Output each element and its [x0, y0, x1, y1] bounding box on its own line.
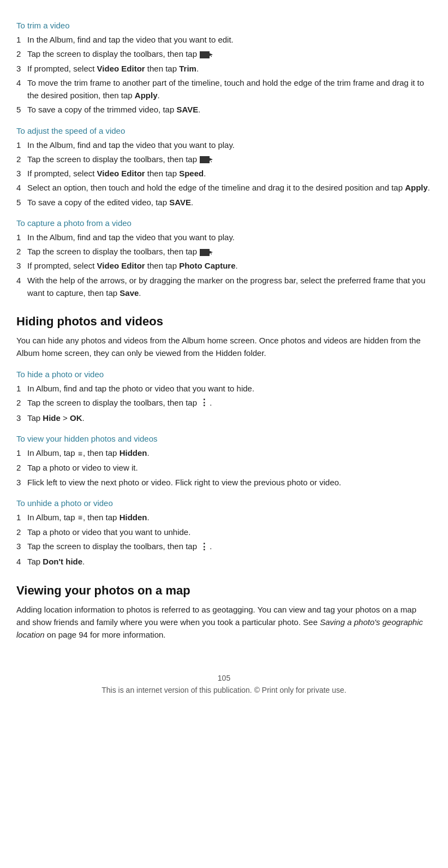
page-footer: 105 This is an internet version of this …	[16, 674, 432, 694]
trim-step-5: 5 To save a copy of the trimmed video, t…	[16, 103, 432, 116]
page-number: 105	[16, 674, 432, 682]
capture-heading: To capture a photo from a video	[16, 218, 432, 228]
speed-step-2: 2 Tap the screen to display the toolbars…	[16, 153, 432, 165]
trim-steps: 1 In the Album, find and tap the video t…	[16, 33, 432, 116]
capture-step-1: 1 In the Album, find and tap the video t…	[16, 231, 432, 243]
dots-icon: ⋮	[200, 396, 209, 410]
unhide-steps: 1 In Album, tap ≡, then tap Hidden. 2 Ta…	[16, 511, 432, 568]
speed-step-4: 4 Select an option, then touch and hold …	[16, 181, 432, 194]
view-hidden-step-2: 2 Tap a photo or video to view it.	[16, 461, 432, 474]
trim-step-4: 4 To move the trim frame to another part…	[16, 76, 432, 102]
trim-step-1: 1 In the Album, find and tap the video t…	[16, 33, 432, 46]
speed-step-1: 1 In the Album, find and tap the video t…	[16, 139, 432, 151]
hide-step-3: 3 Tap Hide > OK.	[16, 412, 432, 424]
hiding-intro: You can hide any photos and videos from …	[16, 334, 432, 360]
unhide-step-4: 4 Tap Don't hide.	[16, 555, 432, 568]
hide-step-1: 1 In Album, find and tap the photo or vi…	[16, 382, 432, 395]
view-hidden-section: To view your hidden photos and videos 1 …	[16, 434, 432, 488]
video-icon	[200, 249, 210, 256]
capture-section: To capture a photo from a video 1 In the…	[16, 218, 432, 299]
capture-steps: 1 In the Album, find and tap the video t…	[16, 231, 432, 299]
unhide-step-3: 3 Tap the screen to display the toolbars…	[16, 540, 432, 554]
hiding-section: Hiding photos and videos You can hide an…	[16, 314, 432, 568]
viewing-intro: Adding location information to photos is…	[16, 603, 432, 641]
view-hidden-heading: To view your hidden photos and videos	[16, 434, 432, 443]
unhide-step-2: 2 Tap a photo or video that you want to …	[16, 526, 432, 538]
trim-step-3: 3 If prompted, select Video Editor then …	[16, 62, 432, 75]
capture-step-3: 3 If prompted, select Video Editor then …	[16, 259, 432, 272]
view-hidden-step-1: 1 In Album, tap ≡, then tap Hidden.	[16, 447, 432, 460]
speed-section: To adjust the speed of a video 1 In the …	[16, 126, 432, 209]
dots-icon: ⋮	[200, 540, 209, 554]
unhide-section: To unhide a photo or video 1 In Album, t…	[16, 498, 432, 568]
viewing-main-heading: Viewing your photos on a map	[16, 584, 432, 598]
hide-photo-section: To hide a photo or video 1 In Album, fin…	[16, 370, 432, 425]
speed-step-5: 5 To save a copy of the edited video, ta…	[16, 196, 432, 209]
trim-step-2: 2 Tap the screen to display the toolbars…	[16, 47, 432, 60]
hide-step-2: 2 Tap the screen to display the toolbars…	[16, 396, 432, 410]
video-icon	[200, 51, 210, 58]
video-icon	[200, 156, 210, 163]
capture-step-4: 4 With the help of the arrows, or by dra…	[16, 274, 432, 300]
unhide-heading: To unhide a photo or video	[16, 498, 432, 508]
view-hidden-step-3: 3 Flick left to view the next photo or v…	[16, 476, 432, 489]
capture-step-2: 2 Tap the screen to display the toolbars…	[16, 245, 432, 258]
speed-steps: 1 In the Album, find and tap the video t…	[16, 139, 432, 209]
speed-heading: To adjust the speed of a video	[16, 126, 432, 135]
hiding-main-heading: Hiding photos and videos	[16, 314, 432, 329]
view-hidden-steps: 1 In Album, tap ≡, then tap Hidden. 2 Ta…	[16, 447, 432, 488]
trim-heading: To trim a video	[16, 21, 432, 30]
speed-step-3: 3 If prompted, select Video Editor then …	[16, 167, 432, 180]
footer-disclaimer: This is an internet version of this publ…	[16, 686, 432, 694]
trim-section: To trim a video 1 In the Album, find and…	[16, 21, 432, 116]
menu-icon: ≡	[78, 512, 82, 524]
menu-icon: ≡	[78, 448, 82, 460]
hide-photo-steps: 1 In Album, find and tap the photo or vi…	[16, 382, 432, 425]
viewing-section: Viewing your photos on a map Adding loca…	[16, 584, 432, 641]
unhide-step-1: 1 In Album, tap ≡, then tap Hidden.	[16, 511, 432, 524]
hide-photo-heading: To hide a photo or video	[16, 370, 432, 379]
